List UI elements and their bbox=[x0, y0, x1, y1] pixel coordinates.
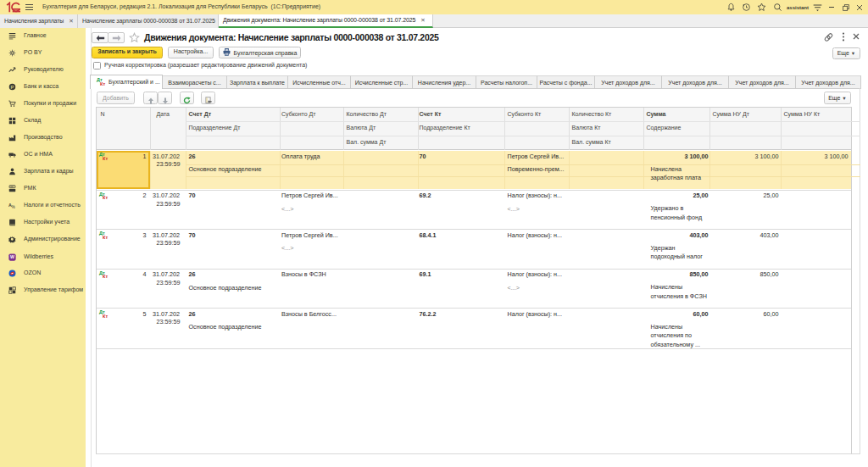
svg-text:P: P bbox=[10, 85, 14, 90]
svg-text:%: % bbox=[12, 205, 16, 209]
svg-text:W: W bbox=[10, 254, 14, 259]
